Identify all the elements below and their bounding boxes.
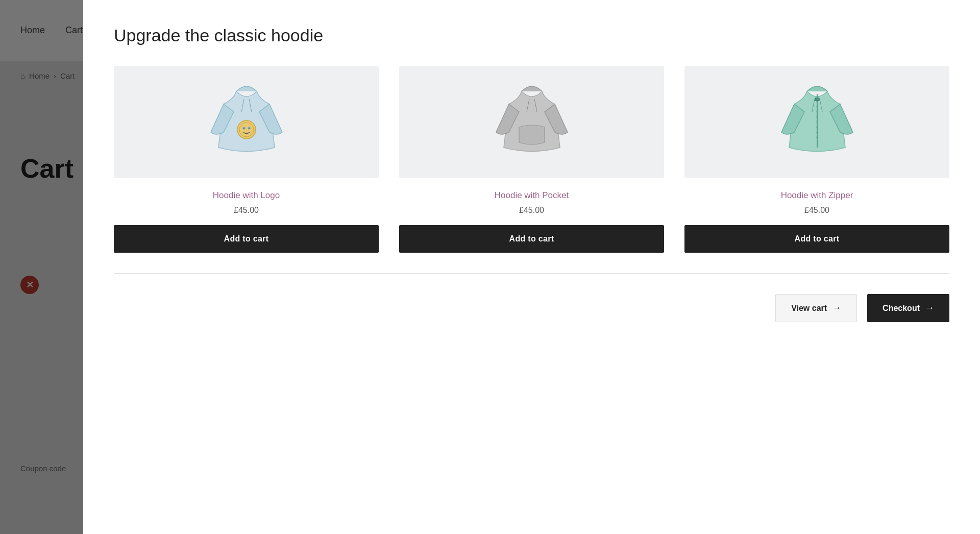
product-name-hoodie-logo: Hoodie with Logo [213,190,280,201]
checkout-label: Checkout [883,304,920,313]
view-cart-label: View cart [791,304,827,313]
product-price-hoodie-pocket: £45.00 [519,206,544,215]
view-cart-arrow-icon: → [832,303,841,313]
product-card-hoodie-zipper: Hoodie with Zipper £45.00 Add to cart [684,66,949,253]
svg-point-4 [243,127,245,129]
product-price-hoodie-logo: £45.00 [234,206,259,215]
product-card-hoodie-pocket: Hoodie with Pocket £45.00 Add to cart [399,66,664,253]
product-card-hoodie-logo: Hoodie with Logo £45.00 Add to cart [114,66,379,253]
product-price-hoodie-zipper: £45.00 [804,206,829,215]
modal-dialog: × Upgrade the classic hoodie [83,0,980,534]
svg-point-5 [248,127,250,129]
product-image-hoodie-zipper [684,66,949,178]
product-image-hoodie-pocket [399,66,664,178]
svg-rect-19 [815,98,819,101]
modal-divider [114,273,949,274]
view-cart-button[interactable]: View cart → [775,294,857,322]
checkout-arrow-icon: → [925,303,934,313]
modal-title: Upgrade the classic hoodie [114,26,949,45]
svg-point-3 [239,123,254,137]
modal-close-x-button[interactable]: × [950,9,971,30]
product-image-hoodie-logo [114,66,379,178]
checkout-button[interactable]: Checkout → [867,294,949,322]
product-name-hoodie-zipper: Hoodie with Zipper [781,190,853,201]
products-grid: Hoodie with Logo £45.00 Add to cart [114,66,949,253]
add-to-cart-hoodie-pocket[interactable]: Add to cart [399,225,664,253]
add-to-cart-hoodie-zipper[interactable]: Add to cart [684,225,949,253]
product-name-hoodie-pocket: Hoodie with Pocket [495,190,569,201]
modal-footer: View cart → Checkout → [114,294,949,322]
add-to-cart-hoodie-logo[interactable]: Add to cart [114,225,379,253]
